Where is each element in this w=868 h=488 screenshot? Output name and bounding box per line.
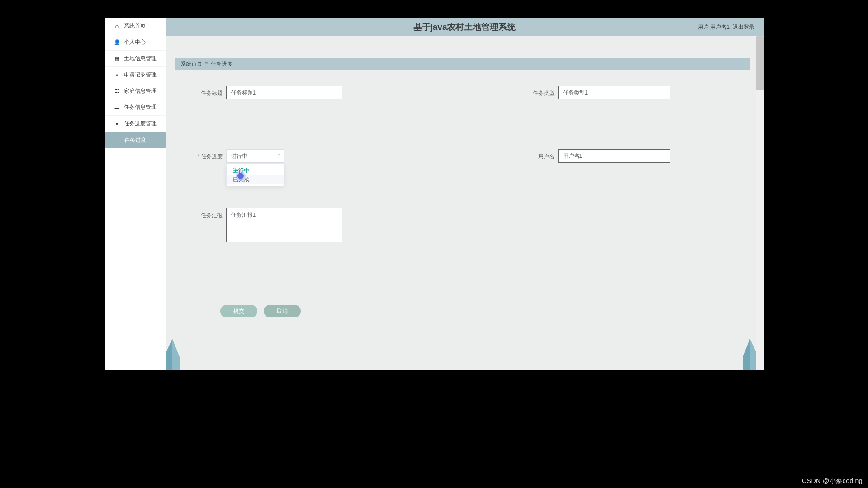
progress-icon xyxy=(114,121,120,127)
task-report-label: 任务汇报 xyxy=(195,208,223,219)
scrollbar[interactable] xyxy=(756,36,764,370)
task-report-textarea[interactable] xyxy=(226,208,342,242)
field-task-type: 任务类型 xyxy=(527,86,670,99)
sidebar: 系统首页 个人中心 土地信息管理 申请记录管理 家庭信息管理 任务信息管理 任务… xyxy=(105,18,166,370)
family-icon xyxy=(114,88,120,95)
dropdown-option-in-progress[interactable]: 进行中 xyxy=(227,166,284,175)
username-label[interactable]: 用户名1 xyxy=(710,24,730,30)
sidebar-item-label: 个人中心 xyxy=(124,38,146,46)
user-icon xyxy=(114,39,120,46)
form-container: 任务标题 任务类型 *任务进度 进行中 ˅ 用户名 xyxy=(175,86,750,292)
land-icon xyxy=(114,56,120,62)
username-label: 用户名 xyxy=(527,149,555,161)
sidebar-item-home[interactable]: 系统首页 xyxy=(105,18,166,34)
sidebar-item-label: 系统首页 xyxy=(124,22,146,30)
scroll-thumb[interactable] xyxy=(756,36,764,90)
sidebar-item-label: 家庭信息管理 xyxy=(124,87,157,95)
task-progress-dropdown: 进行中 已完成 xyxy=(226,164,284,186)
sidebar-item-land[interactable]: 土地信息管理 xyxy=(105,51,166,67)
task-type-input[interactable] xyxy=(558,86,670,99)
sidebar-item-record[interactable]: 申请记录管理 xyxy=(105,67,166,83)
task-title-label: 任务标题 xyxy=(195,86,223,97)
sidebar-item-family[interactable]: 家庭信息管理 xyxy=(105,83,166,99)
field-task-report: 任务汇报 xyxy=(195,208,342,242)
header-user-area: 用户 用户名1 退出登录 xyxy=(698,24,754,31)
task-title-input[interactable] xyxy=(226,86,342,99)
decoration-right xyxy=(738,339,756,370)
form-actions: 提交 取消 xyxy=(220,305,301,317)
home-icon xyxy=(114,23,120,29)
header: 基于java农村土地管理系统 用户 用户名1 退出登录 xyxy=(166,18,764,36)
sidebar-item-progress[interactable]: 任务进度管理 xyxy=(105,116,166,132)
chevron-down-icon: ˅ xyxy=(278,154,280,159)
sidebar-item-label: 任务进度管理 xyxy=(124,120,157,128)
record-icon xyxy=(114,72,120,78)
user-role-label: 用户 xyxy=(698,24,709,30)
field-username: 用户名 xyxy=(527,149,670,163)
sidebar-item-label: 申请记录管理 xyxy=(124,71,157,79)
field-task-title: 任务标题 xyxy=(195,86,342,99)
task-progress-select[interactable]: 进行中 ˅ xyxy=(226,149,284,163)
sidebar-item-profile[interactable]: 个人中心 xyxy=(105,34,166,51)
task-progress-value: 进行中 xyxy=(231,152,247,160)
username-input[interactable] xyxy=(558,149,670,163)
page-title: 基于java农村土地管理系统 xyxy=(166,21,764,33)
svg-marker-3 xyxy=(750,339,756,370)
submit-button[interactable]: 提交 xyxy=(220,305,257,317)
svg-marker-0 xyxy=(166,339,172,370)
field-task-progress: *任务进度 进行中 ˅ xyxy=(195,149,284,163)
svg-marker-2 xyxy=(743,339,750,370)
breadcrumb-home[interactable]: 系统首页 xyxy=(180,60,202,68)
sidebar-subitem-task-progress[interactable]: 任务进度 xyxy=(105,132,166,148)
breadcrumb-separator: ≡ xyxy=(205,61,208,67)
logout-link[interactable]: 退出登录 xyxy=(733,24,754,30)
breadcrumb-current: 任务进度 xyxy=(211,60,232,68)
task-progress-label: *任务进度 xyxy=(195,149,223,161)
task-type-label: 任务类型 xyxy=(527,86,555,97)
task-icon xyxy=(114,104,120,111)
sidebar-item-label: 土地信息管理 xyxy=(124,55,157,62)
sidebar-item-label: 任务信息管理 xyxy=(124,104,157,111)
decoration-left xyxy=(166,339,184,370)
sidebar-item-task[interactable]: 任务信息管理 xyxy=(105,99,166,116)
dropdown-option-completed[interactable]: 已完成 xyxy=(227,175,284,184)
breadcrumb: 系统首页 ≡ 任务进度 xyxy=(175,58,750,70)
cancel-button[interactable]: 取消 xyxy=(264,305,301,317)
svg-marker-1 xyxy=(172,339,180,370)
